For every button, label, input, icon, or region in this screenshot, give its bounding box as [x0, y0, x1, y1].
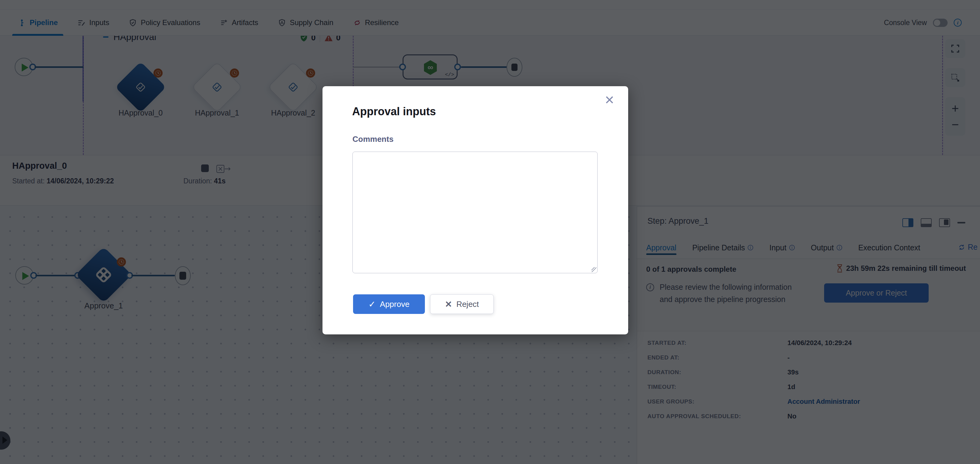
- reject-button[interactable]: ✕ Reject: [430, 294, 494, 314]
- reject-label: Reject: [457, 300, 479, 309]
- close-icon[interactable]: ×: [605, 92, 614, 108]
- modal-title: Approval inputs: [352, 105, 436, 118]
- comments-input[interactable]: [352, 152, 598, 273]
- execution-page: HApproval 0 0: [0, 0, 980, 464]
- check-icon: ✓: [368, 299, 375, 309]
- comments-label: Comments: [352, 135, 393, 144]
- approve-label: Approve: [380, 300, 410, 309]
- approval-inputs-modal: × Approval inputs Comments ✓ Approve ✕ R…: [323, 86, 628, 334]
- x-icon: ✕: [445, 299, 452, 309]
- approve-button[interactable]: ✓ Approve: [353, 294, 425, 314]
